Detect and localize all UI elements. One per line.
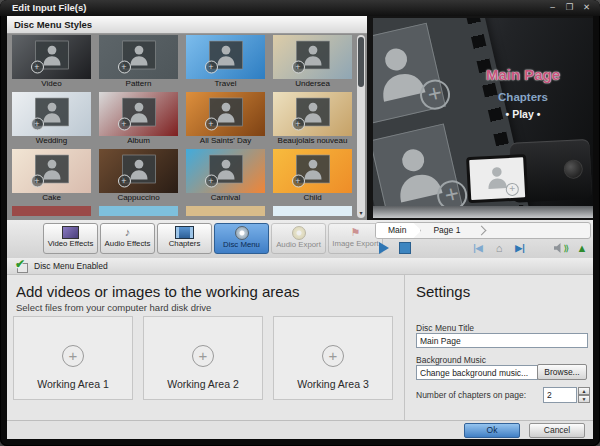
play-button[interactable] (377, 241, 391, 255)
styles-panel-title: Disc Menu Styles (7, 16, 367, 34)
style-item-child[interactable]: +Child (269, 148, 356, 205)
title-bar[interactable]: Edit Input File(s) –❐✕ (0, 0, 600, 16)
edit-input-files-dialog: Edit Input File(s) –❐✕ Disc Menu Styles … (0, 0, 600, 446)
style-item-partial (269, 206, 356, 216)
stop-button[interactable] (398, 241, 412, 255)
chapters-count-input[interactable] (543, 387, 577, 403)
home-page-button[interactable]: ⌂ (492, 241, 506, 255)
person-placeholder-icon: + (209, 41, 243, 70)
settings-heading: Settings (416, 283, 470, 300)
minimize-button[interactable]: – (547, 1, 558, 14)
menu-chapters-text[interactable]: Chapters (465, 91, 581, 103)
style-item-label: Video (8, 79, 95, 88)
working-area-dropzone-working-area-1[interactable]: +Working Area 1 (13, 316, 133, 400)
person-placeholder-icon[interactable]: + (373, 123, 463, 218)
preview-nav-zone: Main Page 1 |◀⌂▶|⟩⟩▲ (373, 220, 593, 258)
breadcrumb-tab-main[interactable]: Main (376, 223, 421, 238)
ok-button[interactable]: Ok (464, 423, 520, 438)
maximize-button[interactable]: ❐ (564, 1, 575, 14)
style-item-cappuccino[interactable]: +Cappuccino (95, 148, 182, 205)
button-label: Image Export (332, 240, 378, 249)
working-area-label: Working Area 3 (274, 378, 392, 390)
window-controls: –❐✕ (547, 1, 592, 14)
style-item-carnival[interactable]: +Carnival (182, 148, 269, 205)
style-thumbnail: + (12, 149, 91, 193)
style-item-video[interactable]: +Video (8, 34, 95, 91)
dialog-content: Disc Menu Styles +Video+Pattern+Travel+U… (7, 16, 593, 439)
style-item-label: Child (269, 193, 356, 202)
chapters-button[interactable]: Chapters (157, 223, 212, 254)
style-item-label: Album (95, 136, 182, 145)
styles-scrollbar[interactable]: ▾ (357, 35, 365, 218)
disc-menu-title-label: Disc Menu Title (416, 323, 474, 333)
music-note-icon: ♪ (119, 226, 137, 239)
working-area-dropzone-working-area-2[interactable]: +Working Area 2 (143, 316, 263, 400)
person-placeholder-icon: + (35, 155, 69, 184)
style-item-wedding[interactable]: +Wedding (8, 91, 95, 148)
menu-text-block: Main Page Chapters • Play • (465, 66, 581, 120)
camcorder-screen: + (466, 154, 528, 203)
person-placeholder-icon: + (122, 98, 156, 127)
add-files-icon: + (192, 345, 214, 367)
video-effects-button[interactable]: Video Effects (43, 223, 98, 254)
film-frame-icon (62, 226, 79, 239)
camcorder-graphic: + (465, 135, 593, 213)
person-placeholder-icon: + (296, 41, 330, 70)
cancel-button[interactable]: Cancel (529, 423, 585, 438)
transport-bar: |◀⌂▶|⟩⟩▲ (377, 239, 589, 257)
style-item-undersea[interactable]: +Undersea (269, 34, 356, 91)
disc-menu-styles-panel: Disc Menu Styles +Video+Pattern+Travel+U… (7, 16, 367, 220)
disc-menu-enabled-checkbox[interactable]: ✔ (15, 260, 29, 272)
person-placeholder-icon[interactable]: + (373, 23, 446, 124)
dialog-footer: Ok Cancel (7, 420, 593, 439)
speaker-button[interactable]: ⟩⟩ (554, 241, 568, 255)
working-area-dropzone-working-area-3[interactable]: +Working Area 3 (273, 316, 393, 400)
style-item-partial (8, 206, 95, 216)
background-music-input[interactable] (416, 365, 538, 380)
audio-effects-button[interactable]: ♪Audio Effects (100, 223, 155, 254)
style-item-partial (182, 206, 269, 216)
person-placeholder-icon: + (35, 98, 69, 127)
style-item-pattern[interactable]: +Pattern (95, 34, 182, 91)
style-item-travel[interactable]: +Travel (182, 34, 269, 91)
button-label: Audio Effects (105, 240, 151, 249)
menu-play-text[interactable]: • Play • (465, 108, 581, 120)
chapters-count-spinner: ▲ ▼ (543, 387, 590, 403)
scrollbar-down-arrow-icon[interactable]: ▾ (357, 210, 365, 217)
spinner-down-icon[interactable]: ▼ (578, 395, 590, 403)
scrollbar-thumb[interactable] (358, 37, 364, 87)
disc-menu-enabled-label: Disc Menu Enabled (34, 261, 108, 271)
style-grid: +Video+Pattern+Travel+Undersea+Wedding+A… (8, 34, 356, 220)
volume-button[interactable]: ▲ (575, 241, 589, 255)
style-item-label: Undersea (269, 79, 356, 88)
background-music-label: Background Music (416, 355, 486, 365)
menu-main-page-text[interactable]: Main Page (465, 66, 581, 83)
style-thumbnail: + (99, 35, 178, 79)
style-thumbnail: + (273, 92, 352, 136)
close-button[interactable]: ✕ (581, 1, 592, 14)
style-thumbnail: + (186, 149, 265, 193)
chapters-count-label: Number of chapters on page: (416, 390, 526, 400)
next-page-button[interactable]: ▶| (513, 241, 527, 255)
disc-menu-button[interactable]: Disc Menu (214, 223, 269, 254)
style-item-cake[interactable]: +Cake (8, 148, 95, 205)
spinner-up-icon[interactable]: ▲ (578, 387, 590, 395)
button-label: Audio Export (276, 241, 321, 250)
browse-button[interactable]: Browse... (537, 364, 587, 380)
lower-section: Add videos or images to the working area… (7, 275, 593, 420)
style-thumbnail: + (99, 149, 178, 193)
button-label: Disc Menu (223, 241, 260, 250)
breadcrumb-tab-page1[interactable]: Page 1 (421, 223, 474, 238)
audio-export-button: Audio Export (271, 223, 326, 254)
working-area-label: Working Area 2 (144, 378, 262, 390)
style-item-all-saints-day[interactable]: +All Saints' Day (182, 91, 269, 148)
effects-toolbar: Video Effects♪Audio EffectsChaptersDisc … (43, 223, 383, 254)
previous-page-button[interactable]: |◀ (471, 241, 485, 255)
style-item-label: Cake (8, 193, 95, 202)
breadcrumb-chevron-icon (477, 226, 487, 236)
style-item-album[interactable]: +Album (95, 91, 182, 148)
disc-menu-title-input[interactable] (416, 333, 588, 348)
style-item-beaujolais-nouveau[interactable]: +Beaujolais nouveau (269, 91, 356, 148)
working-areas-heading: Add videos or images to the working area… (16, 283, 299, 300)
person-placeholder-icon: + (296, 98, 330, 127)
